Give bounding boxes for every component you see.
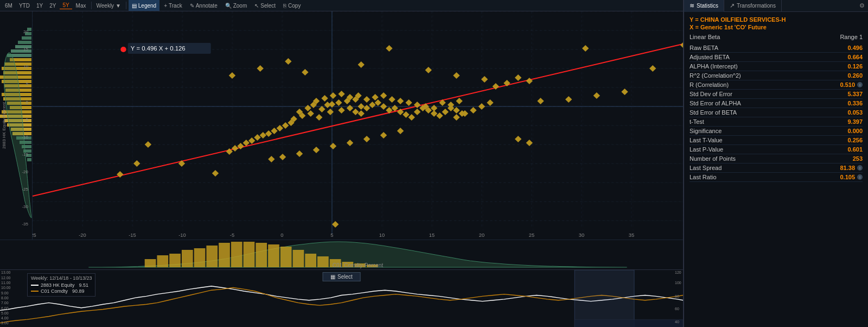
time-period-buttons: 6M YTD 1Y 2Y 5Y Max [2, 2, 89, 9]
stat-label: t-Test [690, 118, 704, 125]
btn-5y[interactable]: 5Y [60, 2, 72, 9]
svg-rect-204 [244, 242, 255, 267]
zoom-button[interactable]: 🔍 Zoom [222, 0, 251, 11]
svg-text:35: 35 [629, 232, 634, 238]
svg-rect-3 [18, 41, 31, 44]
x-prefix: X = [690, 24, 700, 30]
info-icon[interactable]: i [857, 165, 863, 171]
svg-rect-206 [268, 244, 279, 267]
legend-button[interactable]: ▤ Legend [129, 0, 159, 11]
track-button[interactable]: + Track [161, 0, 185, 11]
stat-label: R^2 (Correlation^2) [690, 72, 741, 79]
hist-spacer [0, 240, 33, 269]
svg-rect-197 [157, 255, 168, 267]
svg-text:20: 20 [23, 29, 28, 34]
svg-text:-10: -10 [22, 135, 28, 140]
svg-rect-209 [305, 254, 316, 267]
stat-value: 0.496 [847, 45, 863, 51]
svg-text:-15: -15 [22, 152, 28, 157]
tab-transformations[interactable]: ↗ Transformations [724, 0, 782, 12]
svg-text:10.00: 10.00 [1, 286, 11, 290]
svg-text:3.00: 3.00 [1, 322, 9, 325]
svg-text:5: 5 [26, 81, 29, 86]
svg-text:-25: -25 [33, 232, 36, 238]
stats-row: Significance0.000 [690, 127, 863, 136]
stats-row: Number of Points253 [690, 154, 863, 163]
stat-label: Adjusted BETA [690, 54, 730, 60]
settings-button[interactable]: ⚙ [856, 0, 868, 12]
track-label: Track [169, 3, 182, 9]
y-prefix: Y = [690, 16, 700, 23]
info-icon[interactable]: i [857, 82, 863, 87]
stat-value: 0.105i [840, 174, 863, 180]
svg-text:-20: -20 [79, 232, 86, 238]
stat-value: 0.510i [840, 81, 863, 88]
select-tool-label: Select [260, 3, 276, 9]
btn-2y[interactable]: 2Y [47, 2, 59, 9]
stat-value: 0.256 [847, 137, 863, 143]
stats-tab-label: Statistics [697, 3, 718, 9]
stat-label: Last Ratio [690, 174, 717, 180]
svg-text:13.00: 13.00 [1, 271, 11, 275]
stats-row: R (Correlation)0.510i [690, 80, 863, 90]
info-icon[interactable]: i [857, 174, 863, 180]
x-axis-title: C01 Comdty-Percent [333, 262, 383, 268]
select-tool-button[interactable]: ↖ Select [251, 0, 279, 11]
svg-text:-5: -5 [24, 117, 29, 122]
svg-text:12.00: 12.00 [1, 276, 11, 280]
svg-text:11.00: 11.00 [1, 281, 11, 285]
stat-label: Last T-Value [690, 137, 723, 143]
svg-text:80: 80 [675, 294, 679, 298]
svg-text:120: 120 [675, 271, 681, 275]
stat-value: 9.397 [847, 118, 863, 125]
btn-max[interactable]: Max [73, 2, 89, 9]
stats-row: Std Error of BETA0.053 [690, 108, 863, 117]
zoom-label: Zoom [233, 3, 247, 9]
track-icon: + [164, 3, 167, 9]
svg-text:30: 30 [579, 232, 584, 238]
stats-row: Std Dev of Error5.337 [690, 90, 863, 99]
frequency-button[interactable]: Weekly ▼ [94, 2, 124, 9]
svg-text:8.00: 8.00 [1, 296, 9, 300]
svg-text:-35: -35 [22, 222, 28, 227]
svg-text:25: 25 [529, 232, 534, 238]
svg-text:-20: -20 [22, 169, 28, 174]
annotate-button[interactable]: ✎ Annotate [187, 0, 221, 11]
svg-rect-201 [206, 246, 218, 267]
btn-1y[interactable]: 1Y [34, 2, 46, 9]
stat-value: 0.664 [847, 54, 863, 60]
stats-icon: ≋ [690, 2, 694, 9]
right-tabs: ≋ Statistics ↗ Transformations [684, 0, 856, 12]
btn-6m[interactable]: 6M [2, 2, 15, 9]
stat-label: ALPHA (Intercept) [690, 63, 738, 70]
stat-label: R (Correlation) [690, 81, 729, 88]
copy-button[interactable]: ⎘ Copy [280, 0, 304, 11]
btn-ytd[interactable]: YTD [16, 2, 33, 9]
svg-text:-10: -10 [178, 232, 186, 238]
svg-text:-5: -5 [230, 232, 234, 238]
x-histogram-section: C01 Comdty-Percent [0, 240, 683, 269]
svg-text:9.00: 9.00 [1, 291, 9, 295]
stat-label: Significance [690, 128, 722, 134]
transform-icon: ↗ [730, 2, 735, 9]
right-header: ≋ Statistics ↗ Transformations ⚙ [684, 0, 868, 12]
stat-value: 5.337 [847, 91, 863, 97]
stats-range: Range 1 [840, 34, 863, 40]
svg-rect-199 [182, 250, 193, 267]
timeseries-section: ▦ Select Weekly: 12/14/18 - 10/13/23 288… [0, 269, 683, 327]
svg-rect-200 [194, 248, 206, 267]
tab-statistics[interactable]: ≋ Statistics [684, 0, 724, 12]
svg-text:7.00: 7.00 [1, 301, 9, 305]
divider1 [91, 2, 92, 9]
stat-value: 253 [853, 155, 863, 162]
timeseries-svg: 2003 2004 2005 2006 2007 2008 2009 2010 … [0, 270, 683, 327]
stat-value: 0.053 [847, 109, 863, 116]
annotate-icon: ✎ [190, 3, 194, 9]
svg-text:5: 5 [330, 232, 333, 238]
svg-text:100: 100 [675, 281, 681, 285]
stats-row: Std Error of ALPHA0.336 [690, 99, 863, 108]
y-histogram-svg: 20 15 10 5 0 -5 -10 -15 -20 -25 -30 -35 … [0, 11, 32, 240]
stats-row: ALPHA (Intercept)0.126 [690, 62, 863, 71]
svg-text:Y = 0.496 X + 0.126: Y = 0.496 X + 0.126 [131, 45, 186, 52]
stat-value: 0.000 [847, 128, 863, 134]
